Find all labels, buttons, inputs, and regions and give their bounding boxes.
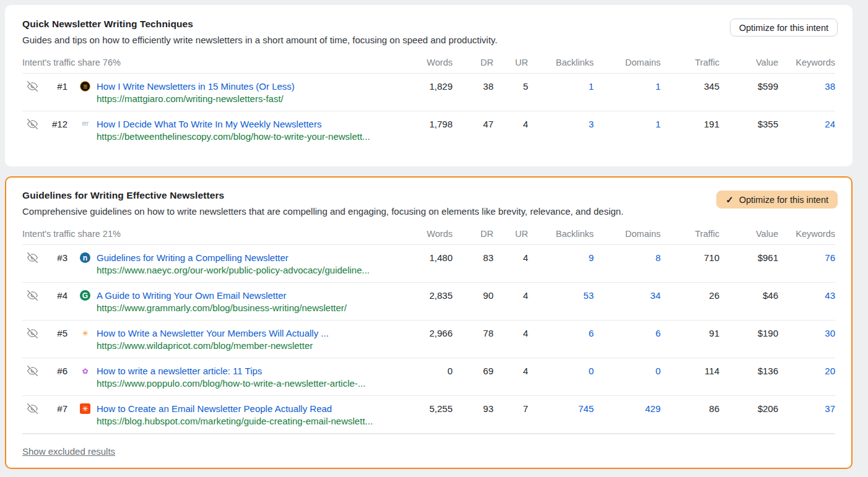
domains-link[interactable]: 429 [594,402,661,415]
column-header-ur: UR [493,58,528,67]
eye-off-icon[interactable] [27,81,38,92]
keywords-link[interactable]: 20 [778,364,835,377]
value-value: $961 [719,251,778,264]
result-title-link[interactable]: How to Create an Email Newsletter People… [97,402,408,415]
ur-value: 4 [493,251,528,264]
result-title-link[interactable]: How I Write Newsletters in 15 Minutes (O… [97,80,408,93]
result-title-link[interactable]: How to Write a Newsletter Your Members W… [97,327,408,340]
eye-off-icon[interactable] [27,366,38,376]
traffic-value: 114 [661,364,719,377]
result-rank: #1 [38,80,67,93]
words-value: 2,835 [408,289,453,302]
domains-link[interactable]: 6 [594,327,661,340]
result-rank: #4 [38,289,67,302]
result-title-link[interactable]: How to write a newsletter article: 11 Ti… [97,364,408,377]
eye-off-icon[interactable] [27,403,38,414]
results-footer: Show excluded results [22,434,835,457]
result-title-link[interactable]: How I Decide What To Write In My Weekly … [97,118,408,131]
value-value: $136 [719,364,778,377]
column-header-dr: DR [453,58,493,67]
table-row: #12 BT How I Decide What To Write In My … [22,111,835,148]
intent-description: Guides and tips on how to efficiently wr… [22,35,835,45]
backlinks-link[interactable]: 6 [528,327,594,340]
column-header-keywords: Keywords [778,58,835,67]
traffic-share-label: Intent's traffic share 21% [22,229,121,239]
eye-off-icon[interactable] [27,252,38,263]
optimize-intent-button[interactable]: Optimize for this intent [730,19,838,37]
backlinks-link[interactable]: 745 [528,402,594,415]
domains-link[interactable]: 34 [594,289,661,302]
result-url-link[interactable]: https://www.poppulo.com/blog/how-to-writ… [97,377,408,390]
backlinks-link[interactable]: 9 [528,251,594,264]
words-value: 1,829 [408,80,453,93]
value-value: $190 [719,327,778,340]
result-rank: #5 [38,327,67,340]
optimize-button-label: Optimize for this intent [739,195,828,205]
column-header-words: Words [408,58,453,67]
column-header-traffic: Traffic [661,229,719,239]
table-header-row: Intent's traffic share 76% Words DR UR B… [22,58,835,74]
ur-value: 4 [493,289,528,302]
words-value: 1,798 [408,118,453,131]
column-header-value: Value [719,58,778,67]
dr-value: 83 [453,251,493,264]
dr-value: 69 [453,364,493,377]
eye-off-icon[interactable] [27,290,38,301]
result-url-link[interactable]: https://betweenthelinescopy.com/blog/how… [97,131,408,143]
intent-title: Guidelines for Writing Effective Newslet… [22,190,835,201]
result-url-link[interactable]: https://www.wildapricot.com/blog/member-… [97,340,408,352]
words-value: 0 [408,364,453,377]
betweenthelinescopy-favicon: BT [80,119,90,129]
column-header-ur: UR [493,229,528,239]
table-row: #3 n Guidelines for Writing a Compelling… [22,245,835,283]
domains-link[interactable]: 8 [594,251,661,264]
dr-value: 78 [453,327,493,340]
result-url-link[interactable]: https://www.naeyc.org/our-work/public-po… [97,264,408,277]
result-rank: #12 [38,118,67,131]
words-value: 1,480 [408,251,453,264]
table-header-row: Intent's traffic share 21% Words DR UR B… [22,229,835,245]
domains-link[interactable]: 1 [594,118,661,131]
traffic-value: 26 [661,289,719,302]
keywords-link[interactable]: 76 [778,251,835,264]
result-rank: #6 [38,364,67,377]
intent-card-guidelines-newsletter: Guidelines for Writing Effective Newslet… [5,176,853,469]
column-header-backlinks: Backlinks [528,58,594,67]
result-main: Guidelines for Writing a Compelling News… [97,251,408,277]
show-excluded-results-link[interactable]: Show excluded results [22,446,115,457]
traffic-value: 191 [661,118,719,131]
optimize-intent-button-selected[interactable]: ✓ Optimize for this intent [716,191,838,208]
result-main: How I Write Newsletters in 15 Minutes (O… [97,80,408,105]
keywords-link[interactable]: 43 [778,289,835,302]
backlinks-link[interactable]: 53 [528,289,594,302]
intent-title: Quick Newsletter Writing Techniques [22,19,835,30]
column-header-keywords: Keywords [778,229,835,239]
domains-link[interactable]: 1 [594,80,661,93]
keywords-link[interactable]: 30 [778,327,835,340]
column-header-domains: Domains [594,229,661,239]
value-value: $599 [719,80,778,93]
column-header-traffic: Traffic [661,58,719,67]
result-main: How I Decide What To Write In My Weekly … [97,118,408,143]
keywords-link[interactable]: 24 [778,118,835,131]
result-title-link[interactable]: Guidelines for Writing a Compelling News… [97,251,408,264]
backlinks-link[interactable]: 1 [528,80,594,93]
result-url-link[interactable]: https://mattgiaro.com/writing-newsletter… [97,93,408,105]
result-url-link[interactable]: https://blog.hubspot.com/marketing/guide… [97,415,408,428]
backlinks-link[interactable]: 0 [528,364,594,377]
keywords-link[interactable]: 38 [778,80,835,93]
column-header-words: Words [408,229,453,239]
result-url-link[interactable]: https://www.grammarly.com/blog/business-… [97,302,408,314]
ur-value: 5 [493,80,528,93]
eye-off-icon[interactable] [27,328,38,338]
backlinks-link[interactable]: 3 [528,118,594,131]
domains-link[interactable]: 0 [594,364,661,377]
result-rank: #7 [38,402,67,415]
intent-card-quick-newsletter: Quick Newsletter Writing Techniques Guid… [5,5,853,166]
eye-off-icon[interactable] [27,119,38,129]
result-title-link[interactable]: A Guide to Writing Your Own Email Newsle… [97,289,408,302]
words-value: 5,255 [408,402,453,415]
table-row: #4 G A Guide to Writing Your Own Email N… [22,283,835,320]
wildapricot-favicon: ✳ [80,328,90,338]
keywords-link[interactable]: 37 [778,402,835,415]
